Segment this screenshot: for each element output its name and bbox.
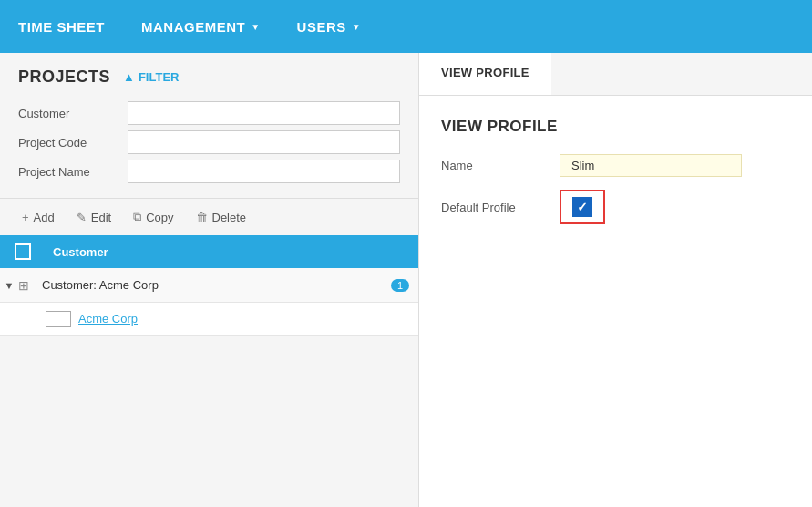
users-chevron-icon: ▼ (352, 22, 361, 32)
table-group-row: ▼ ⊞ Customer: Acme Corp 1 (0, 268, 418, 303)
copy-button[interactable]: ⧉ Copy (124, 206, 182, 228)
delete-button[interactable]: 🗑 Delete (187, 207, 256, 228)
default-profile-checkbox[interactable]: ✓ (572, 197, 592, 217)
nav-management-label: MANAGEMENT (141, 19, 245, 35)
nav-users-label: USERS (297, 19, 346, 35)
nav-management[interactable]: MANAGEMENT ▼ (141, 19, 261, 35)
table-area: Customer ▼ ⊞ Customer: Acme Corp 1 Acme … (0, 235, 418, 507)
default-profile-box: ✓ (560, 190, 605, 224)
row-expand-icon[interactable]: ▼ (0, 280, 18, 291)
toolbar: + Add ✎ Edit ⧉ Copy 🗑 Delete (0, 198, 418, 235)
table-row: Acme Corp (0, 303, 418, 336)
add-button[interactable]: + Add (13, 207, 64, 228)
project-name-filter-label: Project Name (18, 165, 128, 179)
add-icon: + (22, 211, 29, 224)
add-label: Add (34, 211, 55, 224)
tab-view-profile-label: VIEW PROFILE (441, 66, 529, 79)
group-count-badge: 1 (391, 279, 409, 292)
default-profile-label: Default Profile (441, 201, 560, 214)
copy-icon: ⧉ (133, 210, 141, 224)
copy-label: Copy (146, 211, 173, 224)
project-code-filter-input[interactable] (128, 130, 400, 154)
delete-label: Delete (212, 211, 247, 224)
table-header: Customer (0, 235, 418, 268)
tab-view-profile[interactable]: VIEW PROFILE (419, 53, 551, 95)
edit-label: Edit (91, 211, 111, 224)
header-checkbox-icon[interactable] (15, 243, 31, 260)
row-group-label: Customer: Acme Corp (38, 278, 391, 292)
filter-chevron-icon: ▲ (123, 70, 135, 84)
row-grid-icon: ⊞ (18, 278, 38, 293)
filter-toggle[interactable]: ▲ FILTER (123, 70, 179, 84)
topnav: TIME SHEET MANAGEMENT ▼ USERS ▼ (0, 0, 812, 53)
management-chevron-icon: ▼ (251, 22, 260, 32)
profile-default-row: Default Profile ✓ (441, 190, 790, 224)
customer-filter-label: Customer (18, 107, 128, 120)
projects-title: PROJECTS (18, 67, 110, 87)
profile-name-row: Name Slim (441, 154, 790, 177)
row-checkbox[interactable] (46, 311, 71, 327)
nav-timesheet-label: TIME SHEET (18, 19, 105, 35)
right-content: VIEW PROFILE Name Slim Default Profile ✓ (419, 96, 812, 507)
right-tabs: VIEW PROFILE (419, 53, 812, 96)
nav-users[interactable]: USERS ▼ (297, 19, 362, 35)
project-name-filter-input[interactable] (128, 160, 400, 183)
name-label: Name (441, 159, 560, 172)
project-code-filter-label: Project Code (18, 136, 128, 150)
left-panel: PROJECTS ▲ FILTER Customer Project Code … (0, 53, 419, 507)
customer-filter-input[interactable] (128, 101, 400, 125)
filter-label: FILTER (139, 70, 180, 84)
nav-timesheet[interactable]: TIME SHEET (18, 19, 105, 35)
table-header-checkbox[interactable] (0, 235, 46, 268)
right-panel: VIEW PROFILE VIEW PROFILE Name Slim Defa… (419, 53, 812, 507)
table-header-customer: Customer (46, 245, 418, 259)
row-item-link[interactable]: Acme Corp (78, 312, 138, 326)
edit-icon: ✎ (77, 211, 87, 224)
name-value: Slim (560, 154, 742, 177)
filter-form: Customer Project Code Project Name (0, 96, 418, 198)
right-content-title: VIEW PROFILE (441, 118, 790, 136)
delete-icon: 🗑 (196, 211, 208, 224)
edit-button[interactable]: ✎ Edit (67, 207, 120, 228)
